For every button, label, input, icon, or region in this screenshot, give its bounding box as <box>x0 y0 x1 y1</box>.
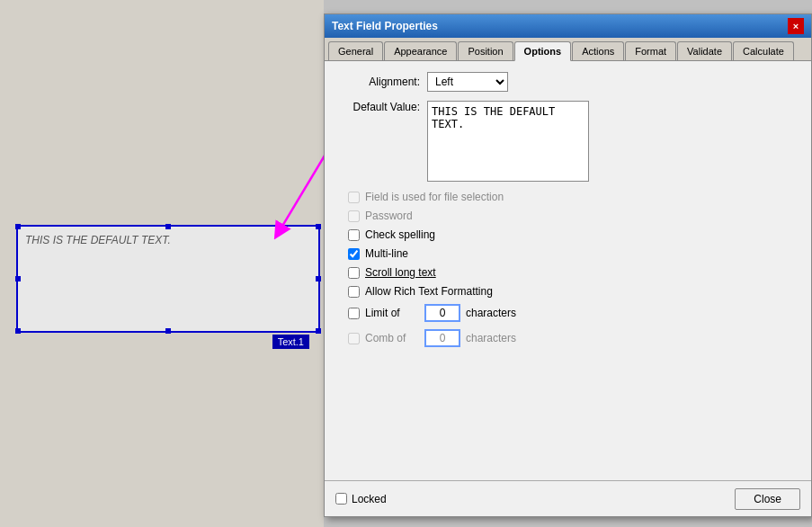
checkbox-file-selection[interactable] <box>348 192 360 203</box>
handle-tc[interactable] <box>165 224 171 229</box>
checkbox-label-file-selection: Field is used for file selection <box>365 191 504 203</box>
comb-row: Comb of characters <box>339 329 797 347</box>
checkbox-rich-text[interactable] <box>348 286 360 298</box>
checkbox-label-multi-line: Multi-line <box>365 247 408 260</box>
comb-suffix: characters <box>466 332 516 344</box>
checkbox-limit[interactable] <box>348 308 360 319</box>
checkbox-check-spelling[interactable] <box>348 229 360 241</box>
dialog-tabs: General Appearance Position Options Acti… <box>325 38 811 61</box>
dialog-options-content: Alignment: Left Center Right Default Val… <box>325 61 811 365</box>
tab-general[interactable]: General <box>328 41 383 60</box>
handle-ml[interactable] <box>15 276 21 281</box>
checkbox-locked[interactable] <box>335 493 347 505</box>
handle-mr[interactable] <box>316 276 321 281</box>
tab-options[interactable]: Options <box>514 41 572 61</box>
locked-label: Locked <box>352 493 387 505</box>
default-value-row: Default Value: <box>339 101 797 182</box>
checkbox-row-rich-text: Allow Rich Text Formatting <box>348 285 797 298</box>
tab-calculate[interactable]: Calculate <box>733 41 794 60</box>
default-value-input[interactable] <box>427 101 589 182</box>
handle-tr[interactable] <box>316 224 321 229</box>
limit-input[interactable] <box>424 304 460 322</box>
alignment-row: Alignment: Left Center Right <box>339 72 797 92</box>
handle-br[interactable] <box>316 328 321 334</box>
dialog-footer: Locked Close <box>325 480 811 516</box>
checkbox-row-check-spelling: Check spelling <box>348 228 797 241</box>
checkbox-scroll-long-text[interactable] <box>348 267 360 279</box>
checkbox-comb[interactable] <box>348 333 360 344</box>
dialog: Text Field Properties × General Appearan… <box>324 13 812 517</box>
tab-position[interactable]: Position <box>458 41 513 60</box>
limit-row: Limit of characters <box>339 304 797 322</box>
tab-actions[interactable]: Actions <box>572 41 624 60</box>
checkbox-password[interactable] <box>348 210 360 222</box>
handle-bl[interactable] <box>15 328 21 334</box>
checkbox-label-scroll-long-text: Scroll long text <box>365 266 436 279</box>
checkboxes-section: Field is used for file selection Passwor… <box>339 191 797 298</box>
dialog-title: Text Field Properties <box>332 20 438 32</box>
checkbox-multi-line[interactable] <box>348 248 360 260</box>
comb-input[interactable] <box>424 329 460 347</box>
checkbox-row-password: Password <box>348 210 797 222</box>
tab-format[interactable]: Format <box>625 41 676 60</box>
checkbox-label-rich-text: Allow Rich Text Formatting <box>365 285 493 298</box>
canvas-textfield[interactable]: THIS IS THE DEFAULT TEXT. Text.1 <box>16 225 320 333</box>
handle-tl[interactable] <box>15 224 21 229</box>
checkbox-row-file-selection: Field is used for file selection <box>348 191 797 203</box>
limit-label: Limit of <box>365 307 419 319</box>
limit-suffix: characters <box>466 307 516 319</box>
alignment-label: Alignment: <box>339 76 420 88</box>
canvas-textfield-text: THIS IS THE DEFAULT TEXT. <box>25 234 171 246</box>
handle-bc[interactable] <box>165 328 171 334</box>
checkbox-row-multi-line: Multi-line <box>348 247 797 260</box>
dialog-titlebar: Text Field Properties × <box>325 14 811 38</box>
tab-validate[interactable]: Validate <box>677 41 732 60</box>
checkbox-row-scroll-long-text: Scroll long text <box>348 266 797 279</box>
canvas-textfield-label: Text.1 <box>272 335 309 349</box>
alignment-select[interactable]: Left Center Right <box>427 72 508 92</box>
dialog-close-button[interactable]: × <box>788 18 804 34</box>
close-dialog-button[interactable]: Close <box>735 488 800 510</box>
checkbox-label-check-spelling: Check spelling <box>365 228 435 241</box>
tab-appearance[interactable]: Appearance <box>384 41 457 60</box>
default-value-label: Default Value: <box>339 101 420 113</box>
checkbox-label-password: Password <box>365 210 413 222</box>
locked-row: Locked <box>335 493 387 505</box>
comb-label: Comb of <box>365 332 419 344</box>
